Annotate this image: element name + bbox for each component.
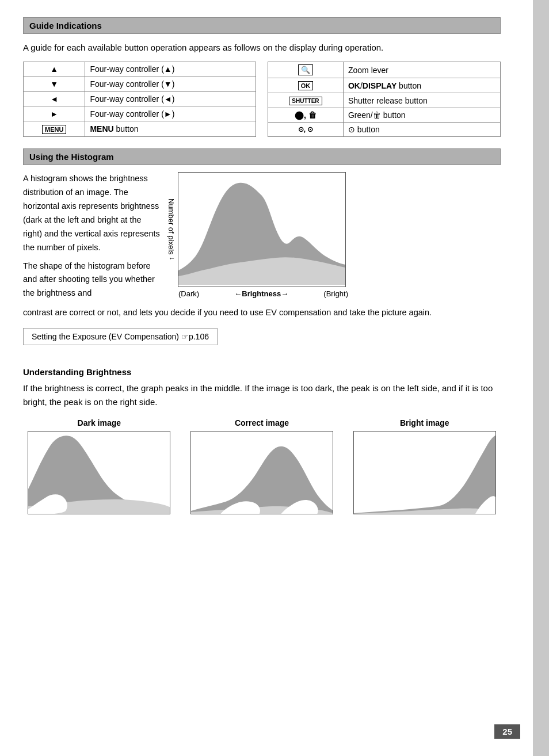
histogram-section: A histogram shows the brightness distrib… — [23, 172, 501, 356]
table-row: ◄ Four-way controller (◄) — [24, 91, 256, 106]
table-row: ▼ Four-way controller (▼) — [24, 77, 256, 91]
table-row: SHUTTER Shutter release button — [268, 93, 501, 108]
dark-image-item: Dark image — [23, 418, 176, 514]
guide-title: Guide Indications — [29, 21, 102, 30]
histogram-x-axis: (Dark) ←Brightness→ (Bright) — [167, 289, 348, 298]
icon-cell: ⊙, ⊙ — [268, 123, 344, 137]
histogram-continuation: contrast are correct or not, and lets yo… — [23, 306, 501, 320]
desc-cell: Four-way controller (▲) — [85, 62, 256, 77]
correct-image-histogram — [190, 431, 333, 514]
bright-image-label: Bright image — [400, 418, 449, 427]
desc-cell: ⊙ button — [343, 123, 500, 137]
histogram-layout: A histogram shows the brightness distrib… — [23, 172, 501, 300]
icon-cell: SHUTTER — [268, 93, 344, 108]
icon-cell: 🔍 — [268, 62, 344, 78]
note-text: Setting the Exposure (EV Compensation) ☞… — [32, 332, 209, 341]
desc-cell: Shutter release button — [343, 93, 500, 108]
understanding-title: Understanding Brightness — [23, 367, 501, 377]
guide-intro: A guide for each available button operat… — [23, 41, 501, 55]
desc-cell: Four-way controller (►) — [85, 106, 256, 121]
desc-cell: Zoom lever — [343, 62, 500, 78]
dark-label: (Dark) — [178, 289, 199, 298]
note-box: Setting the Exposure (EV Compensation) ☞… — [23, 328, 218, 345]
desc-cell: MENU button — [85, 121, 256, 137]
brightness-arrow-label: ←Brightness→ — [234, 289, 288, 298]
dark-image-label: Dark image — [78, 418, 121, 427]
icon-cell: ◄ — [24, 91, 85, 106]
histogram-chart-area: ↑ Number of pixels — [167, 172, 501, 300]
three-histograms: Dark image Correct image — [23, 418, 501, 514]
icon-cell: ► — [24, 106, 85, 121]
icon-cell: ▲ — [24, 62, 85, 77]
understanding-section: Understanding Brightness If the brightne… — [23, 367, 501, 409]
dark-image-histogram — [28, 431, 170, 514]
icon-cell: ⬤, 🗑 — [268, 108, 344, 123]
icon-cell: MENU — [24, 121, 85, 137]
bright-image-item: Bright image — [348, 418, 501, 514]
bright-image-histogram — [353, 431, 496, 514]
table-row: OK OK/DISPLAY button — [268, 78, 501, 93]
guide-table-container: ▲ Four-way controller (▲) ▼ Four-way con… — [23, 62, 501, 137]
table-row: MENU MENU button — [24, 121, 256, 137]
histogram-main-chart — [178, 172, 346, 287]
correct-image-label: Correct image — [235, 418, 289, 427]
table-row: ⊙, ⊙ ⊙ button — [268, 123, 501, 137]
guide-section-header: Guide Indications — [23, 17, 501, 34]
histogram-description: A histogram shows the brightness distrib… — [23, 172, 161, 300]
table-row: ⬤, 🗑 Green/🗑 button — [268, 108, 501, 123]
histogram-section-header: Using the Histogram — [23, 148, 501, 165]
histogram-chart-wrapper: ↑ Number of pixels — [167, 172, 346, 287]
histogram-main-svg — [178, 173, 345, 285]
table-row: ► Four-way controller (►) — [24, 106, 256, 121]
icon-cell: ▼ — [24, 77, 85, 91]
bright-label: (Bright) — [323, 289, 348, 298]
desc-cell: Four-way controller (◄) — [85, 91, 256, 106]
understanding-body: If the brightness is correct, the graph … — [23, 381, 501, 409]
right-sidebar-strip — [533, 0, 549, 756]
guide-left-table: ▲ Four-way controller (▲) ▼ Four-way con… — [23, 62, 256, 137]
desc-cell: OK/DISPLAY button — [343, 78, 500, 93]
desc-cell: Four-way controller (▼) — [85, 77, 256, 91]
page-number: 25 — [494, 724, 520, 739]
correct-image-item: Correct image — [186, 418, 338, 514]
table-row: 🔍 Zoom lever — [268, 62, 501, 78]
icon-cell: OK — [268, 78, 344, 93]
histogram-title: Using the Histogram — [29, 152, 114, 162]
table-row: ▲ Four-way controller (▲) — [24, 62, 256, 77]
guide-right-table: 🔍 Zoom lever OK OK/DISPLAY button SHUTTE… — [268, 62, 501, 137]
y-axis-label: ↑ Number of pixels — [167, 198, 176, 261]
desc-cell: Green/🗑 button — [343, 108, 500, 123]
